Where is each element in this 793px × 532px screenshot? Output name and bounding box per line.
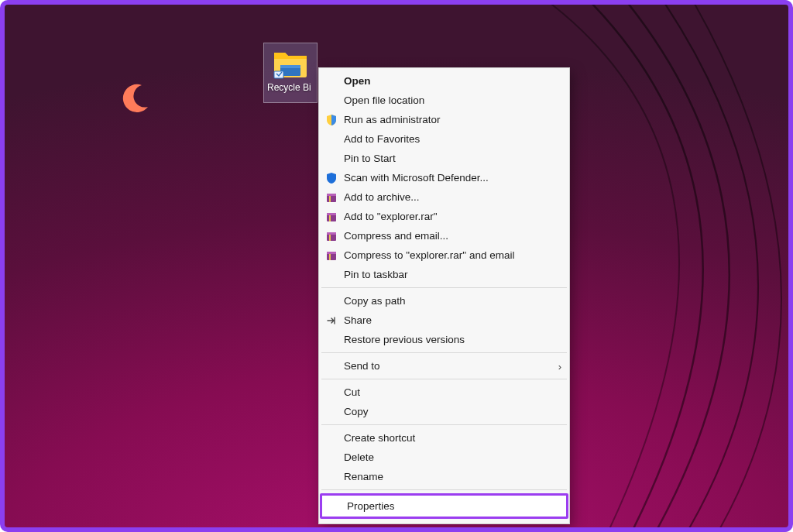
menu-item-delete[interactable]: Delete [319,448,569,467]
menu-item-label: Send to [344,360,380,372]
svg-rect-14 [329,254,331,260]
svg-rect-5 [329,196,331,202]
menu-item-add-favorites[interactable]: Add to Favorites [319,129,569,149]
menu-item-compress-rar-email[interactable]: Compress to "explorer.rar" and email [319,245,569,265]
menu-item-label: Share [344,314,372,326]
menu-separator [321,352,567,353]
menu-item-label: Restore previous versions [344,334,465,345]
menu-item-label: Cut [344,386,360,398]
menu-item-label: Run as administrator [344,114,441,125]
svg-rect-8 [329,215,331,221]
menu-item-compress-email[interactable]: Compress and email... [319,226,569,245]
folder-icon [273,48,308,79]
menu-item-copy[interactable]: Copy [319,402,569,421]
desktop-frame: Recycle Bi Open Open file location Run a… [0,0,793,532]
menu-item-label: Scan with Microsoft Defender... [344,172,489,184]
menu-item-label: Open [344,75,371,87]
menu-item-label: Open file location [344,94,424,106]
svg-rect-7 [327,213,336,215]
share-icon [325,314,338,327]
svg-rect-10 [327,232,336,235]
menu-item-label: Add to archive... [344,191,420,203]
menu-item-label: Pin to taskbar [344,269,408,280]
highlight-annotation: Properties [320,493,568,519]
menu-separator [321,424,567,425]
menu-item-send-to[interactable]: Send to › [319,356,569,376]
menu-separator [321,489,567,490]
menu-item-scan-defender[interactable]: Scan with Microsoft Defender... [319,168,569,187]
menu-item-add-to-rar[interactable]: Add to "explorer.rar" [319,207,569,226]
menu-item-properties[interactable]: Properties [322,496,566,517]
moon-icon [117,81,153,116]
archive-icon [325,230,338,242]
desktop-icon-recycle-bin[interactable]: Recycle Bi [263,43,318,103]
menu-item-label: Add to Favorites [344,133,420,145]
menu-separator [321,379,567,379]
menu-item-open[interactable]: Open [319,71,569,91]
menu-item-restore-previous[interactable]: Restore previous versions [319,330,569,349]
menu-item-label: Compress and email... [344,230,448,242]
menu-item-add-to-archive[interactable]: Add to archive... [319,187,569,207]
menu-item-label: Compress to "explorer.rar" and email [344,249,514,261]
context-menu: Open Open file location Run as administr… [318,67,570,524]
menu-item-cut[interactable]: Cut [319,383,569,402]
svg-rect-1 [280,65,300,68]
menu-item-label: Add to "explorer.rar" [344,211,438,222]
archive-icon [325,211,338,223]
menu-item-label: Properties [347,500,395,512]
menu-item-label: Copy [344,406,369,417]
menu-item-share[interactable]: Share [319,311,569,330]
shield-admin-icon [325,114,338,126]
menu-item-rename[interactable]: Rename [319,467,569,486]
menu-item-run-as-admin[interactable]: Run as administrator [319,110,569,129]
menu-item-label: Pin to Start [344,153,396,164]
defender-shield-icon [325,172,338,184]
menu-item-label: Rename [344,471,383,482]
menu-item-open-file-location[interactable]: Open file location [319,91,569,110]
desktop-icon-label: Recycle Bi [267,82,314,93]
archive-icon [325,249,338,262]
svg-rect-11 [329,235,331,241]
menu-item-label: Create shortcut [344,432,415,444]
svg-rect-4 [327,194,336,196]
chevron-right-icon: › [558,360,561,372]
menu-item-label: Delete [344,451,374,463]
archive-icon [325,191,338,204]
svg-rect-13 [327,252,336,254]
menu-item-create-shortcut[interactable]: Create shortcut [319,428,569,448]
menu-item-copy-as-path[interactable]: Copy as path [319,291,569,311]
menu-separator [321,287,567,288]
menu-item-label: Copy as path [344,295,406,307]
menu-item-pin-to-taskbar[interactable]: Pin to taskbar [319,265,569,284]
menu-item-pin-to-start[interactable]: Pin to Start [319,149,569,168]
